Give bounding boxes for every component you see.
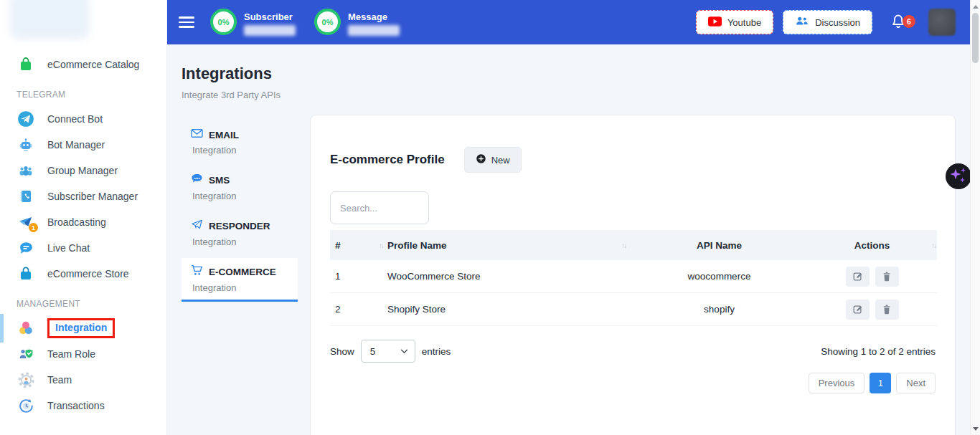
sidebar-item-integration[interactable]: Integration: [0, 315, 166, 341]
sidebar-item-label: Integration: [55, 322, 107, 333]
tab-sms-integration[interactable]: sms SMS Integration: [182, 166, 298, 210]
sidebar-item-ecommerce-store[interactable]: eCommerce Store: [0, 261, 166, 287]
sort-icon[interactable]: ↑↓: [931, 242, 936, 249]
shopping-cart-icon: [191, 264, 203, 279]
column-header-actions: Actions: [854, 240, 890, 251]
delete-button[interactable]: [875, 267, 899, 287]
column-header-index: #: [335, 240, 341, 251]
tab-subtitle: Integration: [192, 191, 288, 201]
tab-subtitle: Integration: [192, 145, 288, 156]
page-size-select[interactable]: 5: [361, 340, 415, 363]
contact-book-icon: [17, 187, 35, 206]
sidebar-item-team[interactable]: Team: [0, 367, 166, 393]
new-profile-button[interactable]: New: [464, 147, 522, 173]
tab-title: EMAIL: [209, 130, 239, 140]
svg-text:sms: sms: [194, 176, 200, 180]
main-content: Integrations Integrate 3rd Party APIs EM…: [167, 44, 970, 435]
sidebar-item-transactions[interactable]: Transactions: [0, 393, 166, 419]
sidebar-item-label: eCommerce Store: [47, 268, 129, 279]
notification-bell[interactable]: 6: [890, 11, 907, 33]
column-header-api-name: API Name: [631, 240, 807, 251]
sidebar-item-label: Bot Manager: [47, 139, 105, 150]
ai-assistant-button[interactable]: [946, 163, 971, 189]
plus-circle-icon: [476, 153, 486, 166]
api-name-cell: woocommerce: [631, 271, 807, 282]
edit-button[interactable]: [846, 267, 870, 287]
sidebar-item-group-manager[interactable]: Group Manager: [0, 158, 166, 183]
tab-email-integration[interactable]: EMAIL Integration: [182, 122, 298, 164]
robot-icon: [17, 135, 35, 154]
row-index: 1: [335, 271, 341, 282]
next-page-button[interactable]: Next: [896, 373, 936, 393]
api-name-cell: shopify: [631, 304, 807, 315]
tab-title: RESPONDER: [209, 221, 270, 231]
sidebar-item-label: Subscriber Manager: [47, 191, 138, 202]
section-title-telegram: TELEGRAM: [0, 77, 166, 106]
entries-label: entries: [422, 346, 451, 357]
sidebar-item-live-chat[interactable]: Live Chat: [0, 235, 166, 261]
app-logo: [10, 0, 89, 39]
scrollbar-down-arrow[interactable]: [971, 424, 980, 434]
sidebar-item-broadcasting[interactable]: 1 Broadcasting: [0, 209, 166, 235]
discussion-button[interactable]: Discussion: [783, 10, 872, 34]
sidebar-item-ecommerce-catalog[interactable]: eCommerce Catalog: [0, 52, 166, 77]
table-row: 1 WooCommerce Store woocommerce: [330, 260, 937, 293]
store-bag-icon: [17, 264, 35, 283]
sidebar-item-label: Team Role: [47, 348, 95, 360]
profile-name-cell: Shopify Store: [387, 304, 446, 315]
user-gear-icon: [17, 371, 35, 389]
message-stat: 0% Message: [314, 9, 400, 36]
sidebar-item-connect-bot[interactable]: Connect Bot: [0, 106, 166, 132]
sort-icon[interactable]: ↑↓: [379, 242, 383, 249]
page-number-button[interactable]: 1: [870, 373, 891, 393]
row-index: 2: [335, 304, 341, 315]
page-head: Integrations Integrate 3rd Party APIs: [182, 64, 281, 100]
tab-ecommerce-integration[interactable]: E-COMMERCE Integration: [182, 258, 298, 302]
envelope-icon: [191, 128, 203, 141]
section-title-management: MANAGEMENT: [0, 287, 166, 315]
scrollbar-thumb[interactable]: [972, 13, 979, 63]
show-label: Show: [330, 346, 354, 357]
sidebar-item-label: Transactions: [47, 400, 105, 411]
tab-responder-integration[interactable]: RESPONDER Integration: [182, 212, 298, 256]
users-icon: [795, 16, 809, 29]
showing-entries-text: Showing 1 to 2 of 2 entries: [821, 346, 936, 357]
new-button-label: New: [491, 155, 510, 166]
sidebar-item-bot-manager[interactable]: Bot Manager: [0, 132, 166, 158]
page-size-value: 5: [370, 346, 376, 357]
search-input[interactable]: [330, 191, 429, 224]
sidebar-item-label: eCommerce Catalog: [47, 59, 139, 70]
subscriber-stat-label: Subscriber: [244, 11, 296, 22]
profile-name-cell: WooCommerce Store: [387, 271, 481, 282]
chat-bubble-icon: [17, 239, 35, 257]
sidebar-item-team-role[interactable]: Team Role: [0, 341, 166, 367]
youtube-button[interactable]: Youtube: [696, 10, 773, 34]
panel-title: E-commerce Profile: [330, 153, 445, 167]
notification-count-badge: 6: [903, 15, 915, 28]
send-plane-icon: 1: [17, 213, 35, 231]
hamburger-menu-icon[interactable]: [179, 16, 194, 28]
table-row: 2 Shopify Store shopify: [330, 293, 937, 326]
message-progress-ring: 0%: [314, 9, 341, 35]
sort-icon[interactable]: ↑↓: [621, 242, 626, 249]
youtube-icon: [708, 16, 722, 29]
trash-icon: [882, 304, 892, 315]
scrollbar-up-arrow[interactable]: [971, 1, 980, 11]
sidebar-item-label: Live Chat: [47, 242, 90, 254]
column-header-profile-name: Profile Name: [387, 240, 447, 251]
tab-title: E-COMMERCE: [209, 267, 276, 277]
trash-icon: [882, 271, 892, 282]
edit-button[interactable]: [846, 300, 870, 320]
sidebar-item-label: Group Manager: [47, 165, 118, 176]
blurred-value: [244, 25, 296, 36]
subscriber-progress-ring: 0%: [210, 9, 237, 35]
delete-button[interactable]: [875, 300, 899, 320]
sidebar-item-label: Connect Bot: [47, 113, 103, 125]
previous-page-button[interactable]: Previous: [809, 373, 865, 393]
edit-icon: [852, 271, 863, 282]
user-avatar[interactable]: [928, 9, 956, 36]
sidebar-item-label: Team: [47, 374, 72, 386]
tab-title: SMS: [209, 175, 230, 186]
message-stat-label: Message: [348, 11, 400, 22]
sidebar-item-subscriber-manager[interactable]: Subscriber Manager: [0, 183, 166, 209]
